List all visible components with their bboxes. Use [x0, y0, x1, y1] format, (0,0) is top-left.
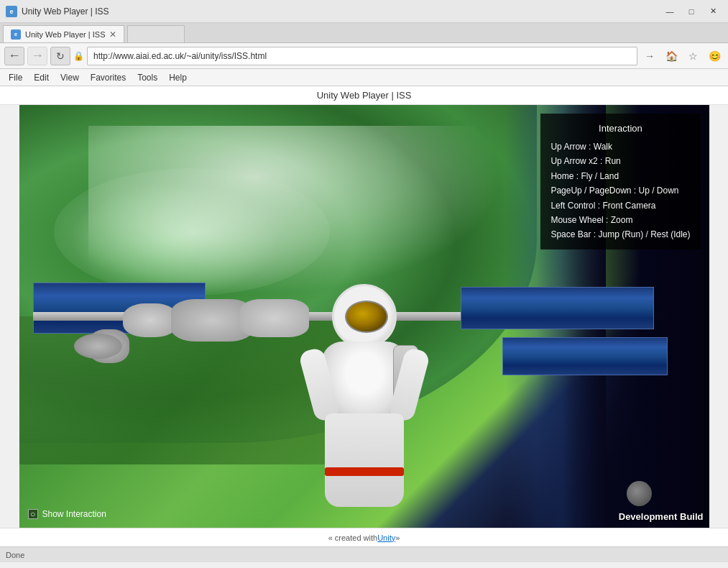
browser-favicon: e: [6, 6, 17, 17]
astronaut: [307, 284, 422, 507]
gray-ball: [627, 481, 652, 506]
interaction-title: Interaction: [550, 121, 690, 137]
footer: « created with Unity »: [0, 528, 728, 546]
astronaut-helmet: [332, 284, 397, 349]
show-interaction-label: Show Interaction: [42, 509, 106, 519]
iss-cylinder: [74, 334, 122, 359]
home-button[interactable]: 🏠: [662, 47, 681, 65]
astronaut-legs: [325, 413, 404, 507]
menu-help[interactable]: Help: [163, 71, 193, 84]
menu-bar: File Edit View Favorites Tools Help: [0, 69, 728, 86]
address-bar: ← → ↻ 🔒 → 🏠 ☆ 😊: [0, 43, 728, 69]
back-button[interactable]: ←: [4, 47, 24, 65]
forward-icon: →: [31, 48, 44, 63]
dev-build-label: Development Build: [619, 511, 704, 522]
interaction-line-5: Left Control : Front Camera: [550, 198, 690, 213]
new-tab-placeholder[interactable]: [127, 25, 185, 42]
show-interaction-checkbox[interactable]: ○: [28, 509, 38, 519]
page-title-bar: Unity Web Player | ISS: [0, 86, 728, 105]
iss-module-1: [123, 303, 178, 337]
page-title: Unity Web Player | ISS: [317, 90, 412, 101]
interaction-panel: Interaction Up Arrow : Walk Up Arrow x2 …: [540, 114, 700, 249]
interaction-line-1: Up Arrow : Walk: [550, 139, 690, 154]
refresh-icon: ↻: [56, 50, 65, 62]
back-icon: ←: [8, 48, 21, 63]
browser-title: Unity Web Player | ISS: [22, 6, 109, 17]
interaction-line-2: Up Arrow x2 : Run: [550, 154, 690, 168]
maximize-button[interactable]: □: [682, 4, 701, 19]
unity-link[interactable]: Unity: [377, 533, 395, 542]
iss-right-panel-2: [502, 337, 668, 375]
interaction-line-3: Home : Fly / Land: [550, 169, 690, 183]
menu-view[interactable]: View: [55, 71, 85, 84]
status-bar: Done: [0, 546, 728, 562]
tab-favicon: e: [11, 29, 21, 40]
minimize-button[interactable]: —: [660, 4, 679, 19]
browser-titlebar: e Unity Web Player | ISS — □ ✕: [0, 0, 728, 23]
status-text: Done: [6, 551, 24, 559]
iss-module-3: [240, 299, 309, 337]
go-button[interactable]: →: [640, 47, 659, 65]
earth-detail: [54, 168, 330, 295]
game-viewport[interactable]: Interaction Up Arrow : Walk Up Arrow x2 …: [19, 105, 709, 528]
favorites-star[interactable]: ☆: [683, 47, 702, 65]
astronaut-red-stripe: [325, 467, 404, 476]
astronaut-visor: [345, 301, 388, 333]
titlebar-left: e Unity Web Player | ISS: [6, 6, 109, 17]
interaction-line-6: Mouse Wheel : Zoom: [550, 213, 690, 227]
footer-prefix: « created with: [328, 533, 377, 542]
tab-label: Unity Web Player | ISS: [25, 30, 105, 39]
menu-tools[interactable]: Tools: [132, 71, 163, 84]
menu-edit[interactable]: Edit: [28, 71, 55, 84]
address-icons: → 🏠 ☆ 😊: [640, 47, 724, 65]
refresh-button[interactable]: ↻: [50, 47, 70, 65]
active-tab[interactable]: e Unity Web Player | ISS ✕: [3, 25, 124, 42]
tab-close-button[interactable]: ✕: [109, 29, 116, 40]
menu-favorites[interactable]: Favorites: [85, 71, 132, 84]
show-interaction-area: ○ Show Interaction: [28, 509, 106, 519]
interaction-line-7: Space Bar : Jump (Run) / Rest (Idle): [550, 227, 690, 242]
interaction-line-4: PageUp / PageDown : Up / Down: [550, 183, 690, 198]
address-input[interactable]: [87, 47, 637, 65]
iss-right-panel: [461, 287, 654, 329]
close-button[interactable]: ✕: [704, 4, 722, 19]
lock-icon: 🔒: [73, 51, 84, 61]
footer-suffix: »: [395, 533, 400, 542]
window-controls: — □ ✕: [660, 4, 722, 19]
smiley-button[interactable]: 😊: [705, 47, 724, 65]
menu-file[interactable]: File: [3, 71, 28, 84]
forward-button[interactable]: →: [27, 47, 47, 65]
tab-bar: e Unity Web Player | ISS ✕: [0, 23, 728, 43]
